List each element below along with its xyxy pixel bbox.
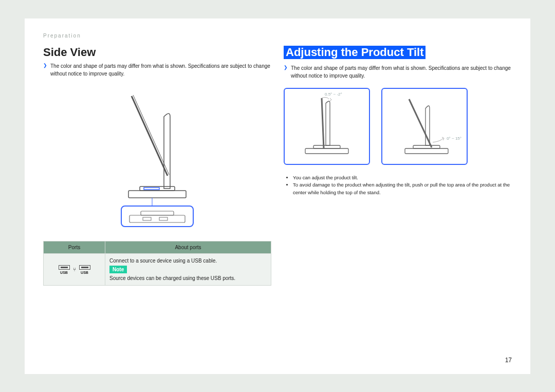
side-view-figure — [43, 86, 271, 235]
tilt-figure-back: 0.5° ~ -2° — [284, 88, 370, 165]
breadcrumb: Preparation — [43, 33, 512, 39]
note-chip: Note — [109, 266, 127, 273]
svg-rect-12 — [413, 145, 440, 148]
connect-text: Connect to a source device using a USB c… — [109, 258, 267, 264]
tips-list: You can adjust the product tilt. To avoi… — [293, 174, 512, 196]
right-column: Adjusting the Product Tilt ❯ The color a… — [284, 46, 512, 286]
usb-label: USB — [81, 271, 88, 274]
bullet-icon: ❯ — [43, 63, 47, 78]
svg-rect-7 — [143, 217, 151, 220]
svg-rect-5 — [130, 215, 185, 222]
usb-about-cell: Connect to a source device using a USB c… — [105, 254, 271, 286]
two-column-layout: Side View ❯ The color and shape of parts… — [43, 46, 512, 286]
svg-rect-11 — [405, 148, 448, 154]
usb-port-icon: USB — [79, 265, 90, 274]
ports-table: Ports About ports USB ⑂ — [43, 241, 271, 286]
list-item: You can adjust the product tilt. — [293, 174, 512, 181]
disclaimer-text: The color and shape of parts may differ … — [50, 62, 271, 78]
svg-rect-2 — [144, 188, 159, 190]
svg-rect-6 — [141, 211, 174, 215]
ports-col-header: Ports — [44, 241, 105, 254]
svg-rect-4 — [121, 206, 193, 227]
usb-ports-cell: USB ⑂ USB — [44, 254, 105, 286]
disclaimer: ❯ The color and shape of parts may diffe… — [284, 64, 512, 80]
angle-label-2: 0° ~ 15° — [447, 136, 461, 141]
disclaimer: ❯ The color and shape of parts may diffe… — [43, 62, 271, 78]
usb-trident-icon: ⑂ — [73, 267, 76, 272]
svg-rect-8 — [159, 217, 168, 220]
table-row: USB ⑂ USB Connect to a source device usi… — [44, 254, 271, 286]
side-view-heading: Side View — [43, 46, 271, 59]
about-col-header: About ports — [105, 241, 271, 254]
usb-label: USB — [60, 271, 68, 274]
disclaimer-text: The color and shape of parts may differ … — [291, 64, 512, 80]
document-page: Preparation Side View ❯ The color and sh… — [25, 18, 530, 374]
tilt-figure-forward: 0° ~ 15° — [381, 88, 468, 165]
note-text: Source devices can be charged using thes… — [109, 275, 267, 281]
angle-label-1: 0.5° ~ -2° — [325, 92, 342, 97]
left-column: Side View ❯ The color and shape of parts… — [43, 46, 271, 286]
svg-rect-10 — [313, 145, 340, 148]
tilt-figures: 0.5° ~ -2° 0° ~ 15° — [284, 88, 512, 165]
svg-rect-9 — [305, 148, 348, 154]
list-item: To avoid damage to the product when adju… — [293, 181, 512, 196]
page-number: 17 — [505, 357, 512, 364]
usb-port-icon: USB — [59, 265, 70, 274]
svg-rect-0 — [128, 191, 186, 198]
adjusting-tilt-heading: Adjusting the Product Tilt — [284, 46, 425, 59]
bullet-icon: ❯ — [284, 65, 288, 80]
